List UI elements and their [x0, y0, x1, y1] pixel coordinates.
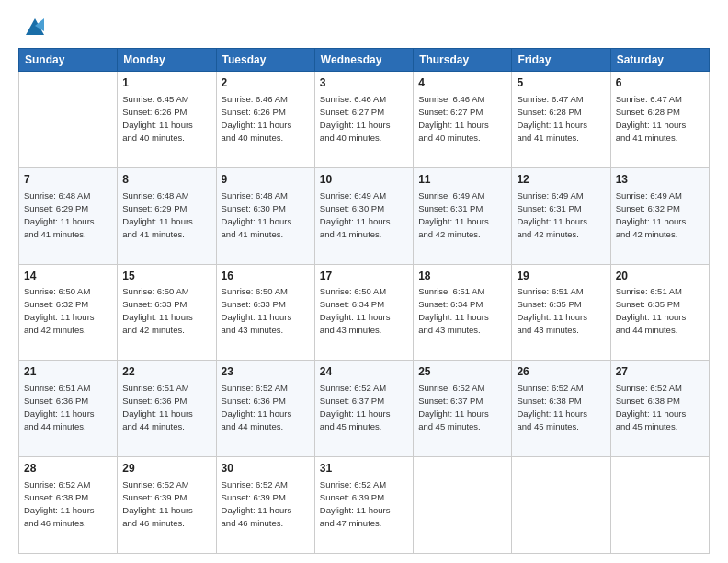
header: [18, 17, 710, 39]
day-info: Sunrise: 6:48 AM Sunset: 6:30 PM Dayligh…: [222, 190, 292, 239]
day-info: Sunrise: 6:51 AM Sunset: 6:35 PM Dayligh…: [517, 286, 587, 335]
day-info: Sunrise: 6:52 AM Sunset: 6:39 PM Dayligh…: [222, 479, 292, 528]
day-number: 14: [24, 269, 112, 284]
day-number: 1: [122, 75, 210, 91]
day-info: Sunrise: 6:49 AM Sunset: 6:31 PM Dayligh…: [517, 190, 587, 239]
day-number: 29: [122, 461, 210, 477]
day-info: Sunrise: 6:52 AM Sunset: 6:39 PM Dayligh…: [320, 479, 391, 528]
day-info: Sunrise: 6:47 AM Sunset: 6:28 PM Dayligh…: [616, 94, 687, 143]
day-cell: 26Sunrise: 6:52 AM Sunset: 6:38 PM Dayli…: [512, 361, 610, 457]
day-number: 23: [222, 364, 310, 380]
day-number: 3: [320, 75, 408, 91]
day-info: Sunrise: 6:51 AM Sunset: 6:36 PM Dayligh…: [24, 383, 95, 431]
col-header-friday: Friday: [512, 49, 610, 72]
day-info: Sunrise: 6:52 AM Sunset: 6:39 PM Dayligh…: [122, 479, 193, 528]
day-cell: 5Sunrise: 6:47 AM Sunset: 6:28 PM Daylig…: [512, 72, 610, 168]
day-number: 15: [122, 269, 210, 284]
day-info: Sunrise: 6:48 AM Sunset: 6:29 PM Dayligh…: [24, 190, 95, 239]
day-info: Sunrise: 6:46 AM Sunset: 6:27 PM Dayligh…: [320, 94, 391, 143]
day-info: Sunrise: 6:52 AM Sunset: 6:37 PM Dayligh…: [320, 383, 391, 431]
day-cell: [19, 72, 118, 168]
day-number: 2: [222, 75, 310, 91]
day-number: 7: [24, 172, 112, 188]
day-info: Sunrise: 6:45 AM Sunset: 6:26 PM Dayligh…: [122, 94, 193, 143]
day-info: Sunrise: 6:47 AM Sunset: 6:28 PM Dayligh…: [517, 94, 587, 143]
day-cell: 14Sunrise: 6:50 AM Sunset: 6:32 PM Dayli…: [19, 264, 118, 361]
day-info: Sunrise: 6:49 AM Sunset: 6:30 PM Dayligh…: [320, 190, 391, 239]
header-row: SundayMondayTuesdayWednesdayThursdayFrid…: [19, 49, 710, 72]
day-cell: 1Sunrise: 6:45 AM Sunset: 6:26 PM Daylig…: [118, 72, 216, 168]
day-number: 10: [320, 172, 408, 188]
day-cell: 23Sunrise: 6:52 AM Sunset: 6:36 PM Dayli…: [216, 361, 314, 457]
day-info: Sunrise: 6:51 AM Sunset: 6:36 PM Dayligh…: [122, 383, 193, 431]
day-number: 30: [222, 461, 310, 477]
day-cell: 29Sunrise: 6:52 AM Sunset: 6:39 PM Dayli…: [118, 457, 216, 554]
col-header-saturday: Saturday: [610, 49, 709, 72]
day-cell: 2Sunrise: 6:46 AM Sunset: 6:26 PM Daylig…: [216, 72, 314, 168]
day-cell: 12Sunrise: 6:49 AM Sunset: 6:31 PM Dayli…: [512, 167, 610, 264]
col-header-sunday: Sunday: [19, 49, 118, 72]
day-number: 16: [222, 269, 310, 284]
day-info: Sunrise: 6:49 AM Sunset: 6:32 PM Dayligh…: [616, 190, 687, 239]
day-number: 25: [418, 364, 506, 380]
day-cell: 25Sunrise: 6:52 AM Sunset: 6:37 PM Dayli…: [414, 361, 512, 457]
day-cell: 7Sunrise: 6:48 AM Sunset: 6:29 PM Daylig…: [19, 167, 118, 264]
day-cell: 18Sunrise: 6:51 AM Sunset: 6:34 PM Dayli…: [414, 264, 512, 361]
day-info: Sunrise: 6:48 AM Sunset: 6:29 PM Dayligh…: [122, 190, 193, 239]
week-row-0: 1Sunrise: 6:45 AM Sunset: 6:26 PM Daylig…: [19, 72, 710, 168]
day-info: Sunrise: 6:52 AM Sunset: 6:37 PM Dayligh…: [418, 383, 489, 431]
day-info: Sunrise: 6:50 AM Sunset: 6:34 PM Dayligh…: [320, 286, 391, 335]
col-header-thursday: Thursday: [414, 49, 512, 72]
day-number: 5: [517, 75, 605, 91]
day-cell: 24Sunrise: 6:52 AM Sunset: 6:37 PM Dayli…: [314, 361, 413, 457]
day-cell: [414, 457, 512, 554]
week-row-1: 7Sunrise: 6:48 AM Sunset: 6:29 PM Daylig…: [19, 167, 710, 264]
day-cell: 28Sunrise: 6:52 AM Sunset: 6:38 PM Dayli…: [19, 457, 118, 554]
day-number: 9: [222, 172, 310, 188]
day-info: Sunrise: 6:52 AM Sunset: 6:36 PM Dayligh…: [222, 383, 292, 431]
day-cell: 15Sunrise: 6:50 AM Sunset: 6:33 PM Dayli…: [118, 264, 216, 361]
day-cell: 11Sunrise: 6:49 AM Sunset: 6:31 PM Dayli…: [414, 167, 512, 264]
week-row-3: 21Sunrise: 6:51 AM Sunset: 6:36 PM Dayli…: [19, 361, 710, 457]
day-info: Sunrise: 6:46 AM Sunset: 6:26 PM Dayligh…: [222, 94, 292, 143]
day-number: 20: [616, 269, 704, 284]
day-cell: 22Sunrise: 6:51 AM Sunset: 6:36 PM Dayli…: [118, 361, 216, 457]
day-cell: 4Sunrise: 6:46 AM Sunset: 6:27 PM Daylig…: [414, 72, 512, 168]
day-info: Sunrise: 6:51 AM Sunset: 6:35 PM Dayligh…: [616, 286, 687, 335]
day-info: Sunrise: 6:46 AM Sunset: 6:27 PM Dayligh…: [418, 94, 489, 143]
day-cell: 31Sunrise: 6:52 AM Sunset: 6:39 PM Dayli…: [314, 457, 413, 554]
day-number: 6: [616, 75, 704, 91]
day-number: 26: [517, 364, 605, 380]
day-number: 17: [320, 269, 408, 284]
day-info: Sunrise: 6:52 AM Sunset: 6:38 PM Dayligh…: [517, 383, 587, 431]
day-cell: 10Sunrise: 6:49 AM Sunset: 6:30 PM Dayli…: [314, 167, 413, 264]
day-info: Sunrise: 6:52 AM Sunset: 6:38 PM Dayligh…: [24, 479, 95, 528]
col-header-tuesday: Tuesday: [216, 49, 314, 72]
logo: [18, 17, 48, 39]
day-cell: 13Sunrise: 6:49 AM Sunset: 6:32 PM Dayli…: [610, 167, 709, 264]
day-cell: 17Sunrise: 6:50 AM Sunset: 6:34 PM Dayli…: [314, 264, 413, 361]
week-row-4: 28Sunrise: 6:52 AM Sunset: 6:38 PM Dayli…: [19, 457, 710, 554]
day-number: 8: [122, 172, 210, 188]
day-cell: 16Sunrise: 6:50 AM Sunset: 6:33 PM Dayli…: [216, 264, 314, 361]
day-number: 18: [418, 269, 506, 284]
day-cell: 19Sunrise: 6:51 AM Sunset: 6:35 PM Dayli…: [512, 264, 610, 361]
day-cell: 30Sunrise: 6:52 AM Sunset: 6:39 PM Dayli…: [216, 457, 314, 554]
calendar-table: SundayMondayTuesdayWednesdayThursdayFrid…: [18, 48, 710, 554]
day-number: 28: [24, 461, 112, 477]
day-cell: 27Sunrise: 6:52 AM Sunset: 6:38 PM Dayli…: [610, 361, 709, 457]
day-number: 19: [517, 269, 605, 284]
day-info: Sunrise: 6:50 AM Sunset: 6:33 PM Dayligh…: [122, 286, 193, 335]
day-number: 11: [418, 172, 506, 188]
day-number: 31: [320, 461, 408, 477]
page: SundayMondayTuesdayWednesdayThursdayFrid…: [0, 0, 728, 563]
day-number: 24: [320, 364, 408, 380]
day-info: Sunrise: 6:52 AM Sunset: 6:38 PM Dayligh…: [616, 383, 687, 431]
logo-icon: [22, 13, 48, 39]
day-number: 27: [616, 364, 704, 380]
day-info: Sunrise: 6:49 AM Sunset: 6:31 PM Dayligh…: [418, 190, 489, 239]
day-cell: 3Sunrise: 6:46 AM Sunset: 6:27 PM Daylig…: [314, 72, 413, 168]
day-info: Sunrise: 6:51 AM Sunset: 6:34 PM Dayligh…: [418, 286, 489, 335]
day-cell: [610, 457, 709, 554]
day-number: 4: [418, 75, 506, 91]
